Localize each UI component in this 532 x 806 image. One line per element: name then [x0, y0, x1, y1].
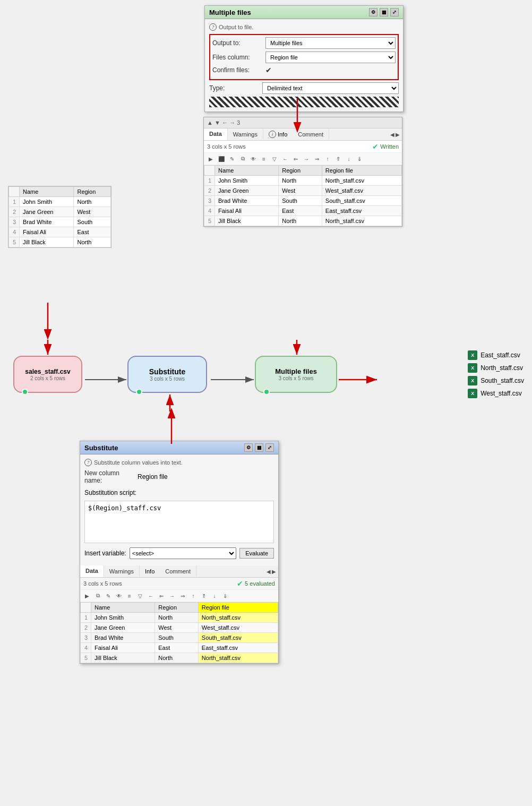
file-name: West_staff.csv [480, 390, 522, 397]
file-name: East_staff.csv [480, 351, 520, 359]
files-column-select[interactable]: Region file [265, 52, 396, 63]
sub-tab-comment[interactable]: Comment [160, 566, 196, 577]
type-row: Type: Delimited text [209, 82, 399, 94]
up-btn[interactable]: ↑ [323, 154, 332, 164]
col-region-header: Region [279, 166, 322, 176]
help-text: ? Output to file. [209, 23, 399, 31]
rightend-btn[interactable]: ⇒ [312, 154, 322, 164]
sub-tab-warnings[interactable]: Warnings [104, 566, 140, 577]
toolbar-row: ▶ ⬛ ✎ ⧉ 👁 ≡ ▽ ← ⇐ → ⇒ ↑ ⇑ ↓ ⇓ [204, 153, 402, 165]
leftend-btn[interactable]: ⇐ [291, 154, 301, 164]
table-row: 3 Brad White South South_staff.csv [81, 633, 278, 643]
sub-panel-tabs: Data Warnings Info Comment ◀ ▶ [80, 565, 278, 578]
node-substitute-sub: 3 cols x 5 rows [150, 376, 185, 382]
node-sales: sales_staff.csv 2 cols x 5 rows [13, 356, 82, 393]
insert-select[interactable]: <select> [130, 547, 236, 559]
nav-arrows: ◀ ▶ [388, 131, 402, 139]
left-data-table: Name Region 1 John Smith North 2 Jane Gr… [8, 186, 111, 247]
tab-comment[interactable]: Comment [293, 129, 329, 140]
sub-upend-btn[interactable]: ⇑ [199, 591, 209, 601]
title-icons: ⚙ ▦ ⤢ [369, 8, 399, 16]
table-row: 1 John Smith North North_staff.csv [81, 613, 278, 623]
right-btn[interactable]: → [302, 154, 311, 164]
table-row: 4 Faisal Ali East East_staff.csv [81, 643, 278, 653]
funnel-btn[interactable]: ▽ [270, 154, 279, 164]
gear-icon[interactable]: ⚙ [369, 8, 377, 16]
file-name: North_staff.csv [480, 364, 523, 372]
list-item: X West_staff.csv [468, 389, 524, 398]
node-substitute: Substitute 3 cols x 5 rows [127, 356, 207, 393]
script-label: Substitution script: [84, 487, 274, 499]
sub-left-btn[interactable]: ← [146, 591, 156, 601]
table-row: 4 Faisal Ali East [9, 227, 111, 237]
sub-funnel-btn[interactable]: ▽ [135, 591, 145, 601]
sub-play-btn[interactable]: ▶ [82, 591, 92, 601]
script-area[interactable]: $(Region)_staff.csv [84, 501, 274, 543]
sub-up-btn[interactable]: ↑ [188, 591, 198, 601]
output-to-select[interactable]: Multiple files [265, 37, 396, 49]
stop-btn[interactable]: ⬛ [217, 154, 226, 164]
sub-copy-btn[interactable]: ⧉ [93, 591, 102, 601]
sub-down-btn[interactable]: ↓ [210, 591, 219, 601]
panel-status: 3 cols x 5 rows ✔ Written [204, 141, 402, 153]
tab-data[interactable]: Data [204, 128, 228, 140]
gear-icon-sub[interactable]: ⚙ [244, 443, 253, 452]
grid-icon[interactable]: ▦ [380, 8, 388, 16]
sub-nav-left[interactable]: ◀ [267, 569, 271, 575]
sub-nav-arrows: ◀ ▶ [264, 568, 278, 576]
substitute-body: ? Substitute column values into text. Ne… [80, 455, 278, 565]
table-row: 3 Brad White South South_staff.csv [204, 196, 402, 206]
sub-data-table: Name Region Region file 1 John Smith Nor… [80, 602, 278, 663]
settings-box: Output to: Multiple files Files column: … [209, 34, 399, 80]
list-item: X North_staff.csv [468, 363, 524, 373]
sub-tab-info[interactable]: Info [140, 566, 160, 577]
grid-icon-sub[interactable]: ▦ [255, 443, 263, 452]
sub-edit-btn[interactable]: ✎ [104, 591, 113, 601]
play-btn[interactable]: ▶ [206, 154, 216, 164]
sub-right-btn[interactable]: → [167, 591, 177, 601]
nav-right[interactable]: ▶ [396, 132, 400, 138]
sub-eye-btn[interactable]: 👁 [114, 591, 124, 601]
filter-btn[interactable]: ≡ [259, 154, 269, 164]
sub-leftend-btn[interactable]: ⇐ [157, 591, 166, 601]
evaluate-button[interactable]: Evaluate [239, 548, 274, 559]
sub-nav-right[interactable]: ▶ [272, 569, 276, 575]
help-icon-sub: ? [84, 459, 92, 466]
expand-icon-sub[interactable]: ⤢ [265, 443, 274, 452]
tab-warnings[interactable]: Warnings [228, 129, 263, 140]
evaluated-badge: ✔ 5 evaluated [237, 579, 275, 588]
copy-btn[interactable]: ⧉ [238, 154, 247, 164]
substitute-title: Substitute [84, 444, 118, 452]
edit-btn[interactable]: ✎ [227, 154, 237, 164]
expand-icon[interactable]: ⤢ [390, 8, 399, 16]
new-column-row: New column name: Region file [84, 469, 274, 484]
sub-downend-btn[interactable]: ⇓ [220, 591, 230, 601]
tab-info[interactable]: i Info [263, 128, 293, 140]
table-row: 2 Jane Green West West_staff.csv [204, 186, 402, 196]
table-row: 2 Jane Green West [9, 207, 111, 217]
check-icon-sub: ✔ [237, 579, 243, 588]
nav-left[interactable]: ◀ [390, 132, 394, 138]
col-file-header: Region file [322, 166, 401, 176]
type-select[interactable]: Delimited text [262, 82, 399, 94]
downend-btn[interactable]: ⇓ [355, 154, 364, 164]
sub-rightend-btn[interactable]: ⇒ [178, 591, 187, 601]
substitute-title-icons: ⚙ ▦ ⤢ [244, 443, 274, 452]
list-item: X South_staff.csv [468, 376, 524, 385]
node-multiple-label: Multiple files [275, 367, 317, 375]
file-name: South_staff.csv [480, 377, 524, 384]
dialog-body: ? Output to file. Output to: Multiple fi… [205, 19, 403, 112]
node-sales-sub: 2 cols x 5 rows [30, 375, 65, 381]
down-btn[interactable]: ↓ [344, 154, 354, 164]
left-btn[interactable]: ← [280, 154, 290, 164]
node-multiple: Multiple files 3 cols x 5 rows [255, 356, 337, 393]
eye-btn[interactable]: 👁 [248, 154, 258, 164]
multiple-files-dialog: Multiple files ⚙ ▦ ⤢ ? Output to file. O… [204, 5, 404, 112]
table-row: 1 John Smith North [9, 197, 111, 207]
red-arrow-down-2 [40, 303, 56, 342]
sub-tab-data[interactable]: Data [80, 565, 104, 577]
sub-filter-btn[interactable]: ≡ [125, 591, 134, 601]
table-row: 1 John Smith North North_staff.csv [204, 176, 402, 186]
upend-btn[interactable]: ⇑ [333, 154, 343, 164]
table-row: 5 Jill Black North North_staff.csv [81, 653, 278, 663]
